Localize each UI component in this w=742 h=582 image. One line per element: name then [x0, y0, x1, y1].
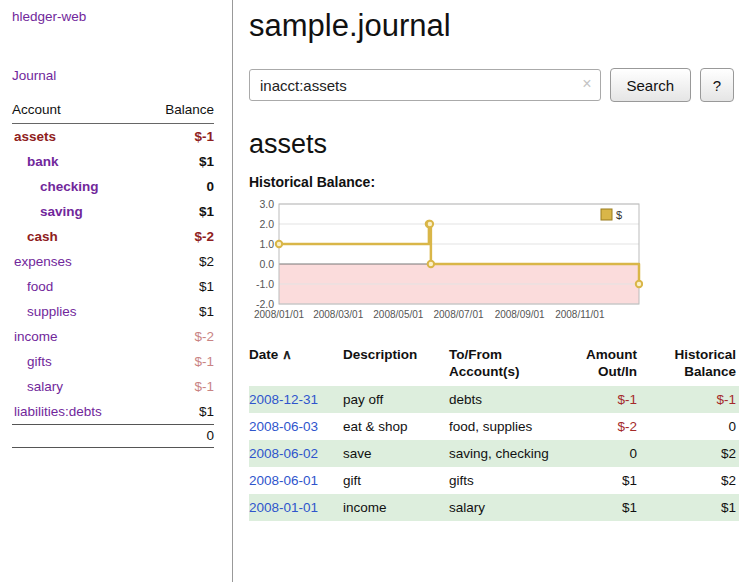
- col-tofrom-accounts: To/FromAccount(s): [449, 344, 561, 386]
- col-historical-balance: HistoricalBalance: [645, 344, 739, 386]
- accounts-header-account: Account: [12, 99, 143, 124]
- account-link-expenses[interactable]: expenses: [14, 254, 72, 269]
- register-row: 2008-01-01 income salary $1 $1: [249, 494, 739, 521]
- account-row-checking: checking 0: [12, 174, 214, 199]
- account-row-cash: cash $-2: [12, 224, 214, 249]
- register-table: Date ∧ Description To/FromAccount(s) Amo…: [249, 344, 739, 521]
- account-balance: $1: [143, 299, 214, 324]
- account-row-supplies: supplies $1: [12, 299, 214, 324]
- account-balance: $-2: [143, 224, 214, 249]
- account-balance: $2: [143, 249, 214, 274]
- svg-text:2008/09/01: 2008/09/01: [495, 309, 545, 320]
- account-link-bank[interactable]: bank: [27, 154, 59, 169]
- svg-text:-2.0: -2.0: [256, 298, 274, 310]
- account-row-bank: bank $1: [12, 149, 214, 174]
- app-window: hledger-web Journal Account Balance asse…: [0, 0, 742, 582]
- help-button[interactable]: ?: [700, 68, 734, 102]
- col-date-label[interactable]: Date: [249, 347, 278, 362]
- account-link-checking[interactable]: checking: [40, 179, 99, 194]
- account-link-food[interactable]: food: [27, 279, 53, 294]
- svg-text:3.0: 3.0: [259, 198, 274, 210]
- transaction-date-link[interactable]: 2008-12-31: [249, 392, 318, 407]
- svg-text:-1.0: -1.0: [256, 278, 274, 290]
- account-balance: $1: [143, 149, 214, 174]
- register-row: 2008-06-03 eat & shop food, supplies $-2…: [249, 413, 739, 440]
- account-row-gifts: gifts $-1: [12, 349, 214, 374]
- transaction-accounts: saving, checking: [449, 440, 561, 467]
- svg-text:2008/05/01: 2008/05/01: [373, 309, 423, 320]
- accounts-table: Account Balance assets $-1 bank $1 check…: [12, 99, 214, 448]
- account-row-expenses: expenses $2: [12, 249, 214, 274]
- account-row-food: food $1: [12, 274, 214, 299]
- account-row-saving: saving $1: [12, 199, 214, 224]
- account-row-assets: assets $-1: [12, 124, 214, 150]
- svg-text:1.0: 1.0: [259, 238, 274, 250]
- account-link-gifts[interactable]: gifts: [27, 354, 52, 369]
- sort-ascending-icon[interactable]: ∧: [282, 347, 292, 362]
- account-row-liabilities-debts: liabilities:debts $1: [12, 399, 214, 425]
- transaction-date-link[interactable]: 2008-06-03: [249, 419, 318, 434]
- col-date[interactable]: Date ∧: [249, 344, 343, 386]
- account-balance: $1: [143, 199, 214, 224]
- transaction-balance: $1: [645, 494, 739, 521]
- svg-text:2008/01/01: 2008/01/01: [254, 309, 304, 320]
- account-link-assets[interactable]: assets: [14, 129, 56, 144]
- account-row-income: income $-2: [12, 324, 214, 349]
- transaction-accounts: debts: [449, 386, 561, 413]
- accounts-header-balance: Balance: [143, 99, 214, 124]
- account-balance: $1: [143, 399, 214, 425]
- balance-chart: 3.02.01.00.0-1.0-2.02008/01/012008/03/01…: [249, 198, 734, 330]
- account-row-salary: salary $-1: [12, 374, 214, 399]
- search-button[interactable]: Search: [610, 68, 692, 102]
- transaction-balance: 0: [645, 413, 739, 440]
- account-link-income[interactable]: income: [14, 329, 58, 344]
- svg-text:2008/07/01: 2008/07/01: [433, 309, 483, 320]
- svg-text:$: $: [616, 209, 622, 221]
- svg-text:0.0: 0.0: [259, 258, 274, 270]
- transaction-balance: $-1: [645, 386, 739, 413]
- register-row: 2008-06-02 save saving, checking 0 $2: [249, 440, 739, 467]
- transaction-balance: $2: [645, 467, 739, 494]
- transaction-description: pay off: [343, 386, 449, 413]
- search-box: ×: [249, 69, 601, 101]
- sidebar-item-journal[interactable]: Journal: [12, 68, 214, 83]
- transaction-accounts: food, supplies: [449, 413, 561, 440]
- col-description: Description: [343, 344, 449, 386]
- account-link-liabilities-debts[interactable]: liabilities:debts: [14, 404, 102, 419]
- transaction-description: income: [343, 494, 449, 521]
- account-balance: $-1: [143, 349, 214, 374]
- transaction-date-link[interactable]: 2008-01-01: [249, 500, 318, 515]
- page-title: sample.journal: [249, 8, 734, 44]
- brand-link[interactable]: hledger-web: [12, 9, 214, 24]
- transaction-amount: $-1: [561, 386, 645, 413]
- transaction-balance: $2: [645, 440, 739, 467]
- accounts-total-row: 0: [12, 425, 214, 448]
- transaction-accounts: salary: [449, 494, 561, 521]
- transaction-description: eat & shop: [343, 413, 449, 440]
- account-balance: $-1: [143, 374, 214, 399]
- account-title: assets: [249, 129, 734, 160]
- transaction-description: gift: [343, 467, 449, 494]
- chart-canvas: 3.02.01.00.0-1.0-2.02008/01/012008/03/01…: [249, 198, 643, 330]
- clear-search-icon[interactable]: ×: [582, 76, 591, 92]
- account-link-cash[interactable]: cash: [27, 229, 58, 244]
- transaction-amount: $1: [561, 494, 645, 521]
- account-link-salary[interactable]: salary: [27, 379, 63, 394]
- transaction-amount: 0: [561, 440, 645, 467]
- transaction-amount: $1: [561, 467, 645, 494]
- accounts-header-row: Account Balance: [12, 99, 214, 124]
- search-form: × Search ?: [249, 68, 734, 102]
- transaction-date-link[interactable]: 2008-06-01: [249, 473, 318, 488]
- account-balance: $-1: [143, 124, 214, 150]
- transaction-date-link[interactable]: 2008-06-02: [249, 446, 318, 461]
- search-input[interactable]: [249, 69, 601, 101]
- account-link-saving[interactable]: saving: [40, 204, 83, 219]
- accounts-total-balance: 0: [143, 425, 214, 448]
- account-link-supplies[interactable]: supplies: [27, 304, 77, 319]
- transaction-accounts: gifts: [449, 467, 561, 494]
- account-balance: 0: [143, 174, 214, 199]
- account-balance: $1: [143, 274, 214, 299]
- register-row: 2008-06-01 gift gifts $1 $2: [249, 467, 739, 494]
- register-header-row: Date ∧ Description To/FromAccount(s) Amo…: [249, 344, 739, 386]
- transaction-description: save: [343, 440, 449, 467]
